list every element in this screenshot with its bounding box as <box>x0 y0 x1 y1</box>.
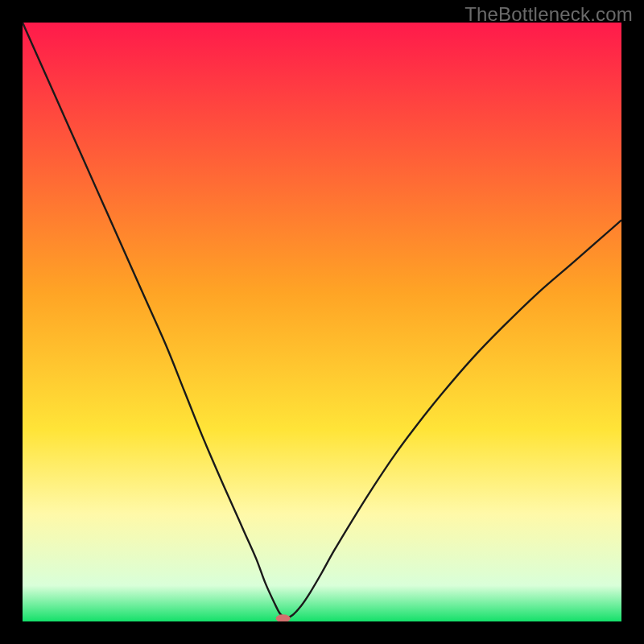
chart-frame: TheBottleneck.com <box>0 0 644 644</box>
chart-svg <box>23 23 621 621</box>
gradient-background <box>23 23 621 621</box>
plot-area <box>23 23 621 621</box>
